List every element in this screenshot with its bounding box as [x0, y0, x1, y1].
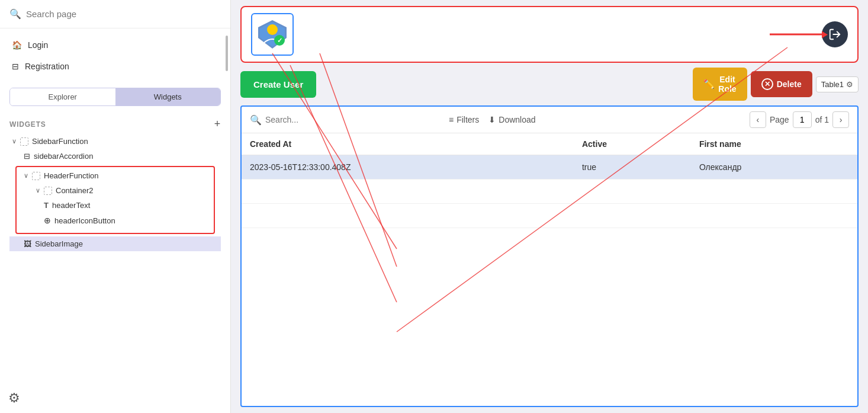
search-icon: 🔍	[9, 8, 21, 20]
search-input[interactable]	[26, 9, 221, 19]
image-icon: 🖼	[24, 239, 31, 248]
text-icon: T	[44, 201, 49, 210]
delete-x-icon: ✕	[761, 78, 773, 90]
tree-item-sidebar-accordion[interactable]: ⊟ sidebarAccordion	[9, 149, 221, 164]
table-header-row: Created At Active First name	[242, 133, 857, 155]
page-of-label: of 1	[815, 115, 829, 124]
sidebar-search-bar[interactable]: 🔍	[0, 0, 230, 28]
widgets-header: WIDGETS +	[9, 118, 221, 130]
sidebar-item-login-label: Login	[28, 40, 48, 50]
arrow-decoration	[770, 34, 823, 36]
filter-icon: ≡	[449, 115, 454, 124]
dashed-box-icon	[20, 137, 28, 146]
sidebar-item-registration[interactable]: ⊟ Registration	[0, 56, 230, 77]
edit-role-button[interactable]: ✏️ EditRole	[693, 68, 747, 101]
tree-item-header-function[interactable]: ∨ HeaderFunction	[21, 168, 209, 183]
table-search-input[interactable]	[265, 115, 439, 124]
gear-icon[interactable]: ⚙	[8, 390, 20, 405]
tab-widgets[interactable]: Widgets	[115, 88, 221, 105]
tree-item-header-text[interactable]: T headerText	[21, 198, 209, 213]
tree-label-header-function: HeaderFunction	[44, 171, 99, 180]
filters-button[interactable]: ≡ Filters	[449, 115, 479, 124]
filters-label: Filters	[456, 115, 479, 124]
plus-circle-icon: ⊕	[44, 216, 51, 225]
cell-created-at	[242, 204, 574, 228]
tree-label-container2: Container2	[56, 186, 94, 195]
page-text: Page	[770, 115, 789, 124]
dashed-box-icon	[44, 187, 52, 195]
widgets-label: WIDGETS	[9, 120, 46, 129]
tree-item-sidebar-function[interactable]: ∨ SidebarFunction	[9, 134, 221, 149]
table-row[interactable]	[242, 204, 857, 228]
table-settings-icon[interactable]: ⚙	[846, 80, 853, 89]
sidebar-item-login[interactable]: 🏠 Login	[0, 34, 230, 56]
logo-svg: ✓	[256, 18, 289, 51]
tree-label-sidebar-image: SidebarImage	[35, 239, 83, 248]
settings-area: ⚙	[8, 390, 20, 406]
tree-label-sidebar-function: SidebarFunction	[32, 137, 88, 146]
cell-first-name	[691, 180, 857, 204]
tree-item-sidebar-image[interactable]: 🖼 SidebarImage	[9, 236, 221, 251]
tree-item-header-icon-button[interactable]: ⊕ headerIconButton	[21, 213, 209, 228]
table-row[interactable]: 2023-05-16T12:33:00.408Z true Олександр	[242, 155, 857, 180]
page-number-input[interactable]	[793, 111, 812, 128]
delete-label: Delete	[777, 79, 802, 89]
cell-active	[574, 180, 691, 204]
col-created-at: Created At	[242, 133, 574, 155]
pagination: ‹ Page of 1 ›	[750, 111, 849, 128]
table-row[interactable]	[242, 180, 857, 204]
sidebar-item-registration-label: Registration	[25, 62, 69, 71]
widgets-section: WIDGETS + ∨ SidebarFunction ⊟ sidebarAcc…	[0, 111, 230, 258]
sidebar-nav: 🏠 Login ⊟ Registration	[0, 28, 230, 83]
tree-label-header-icon-button: headerIconButton	[54, 216, 115, 225]
tab-explorer[interactable]: Explorer	[10, 88, 115, 105]
toolbar-row: Create User ✏️ EditRole ✕ Delete Table1 …	[240, 68, 859, 101]
create-user-button[interactable]: Create User	[240, 71, 316, 98]
header-section: ✓	[240, 6, 859, 63]
grid-icon: ⊟	[12, 62, 19, 71]
table-search-area[interactable]: 🔍	[250, 114, 439, 126]
table-icon: ⊟	[24, 152, 30, 161]
cell-first-name	[691, 204, 857, 228]
add-widget-icon[interactable]: +	[214, 118, 221, 130]
edit-role-label: EditRole	[718, 75, 736, 94]
tree-label-sidebar-accordion: sidebarAccordion	[34, 152, 93, 161]
chevron-icon: ∨	[12, 137, 17, 145]
table1-label: Table1 ⚙	[816, 76, 859, 92]
svg-point-2	[267, 24, 278, 35]
explorer-widgets-tabs: Explorer Widgets	[9, 88, 221, 106]
delete-button[interactable]: ✕ Delete	[751, 71, 812, 97]
download-label: Download	[499, 115, 535, 124]
col-active: Active	[574, 133, 691, 155]
next-page-button[interactable]: ›	[832, 111, 849, 128]
scrollbar[interactable]	[226, 36, 228, 71]
search-icon: 🔍	[250, 114, 262, 126]
download-button[interactable]: ⬇ Download	[488, 115, 535, 124]
col-first-name: First name	[691, 133, 857, 155]
sidebar: 🔍 🏠 Login ⊟ Registration Explorer Widget…	[0, 0, 231, 413]
home-icon: 🏠	[12, 40, 22, 50]
cell-first-name: Олександр	[691, 155, 857, 180]
data-table: Created At Active First name 2023-05-16T…	[242, 133, 857, 228]
edit-icon: ✏️	[703, 79, 715, 89]
tree-label-header-text: headerText	[52, 201, 90, 210]
table-toolbar: 🔍 ≡ Filters ⬇ Download ‹ Page of 1 ›	[242, 107, 857, 133]
cell-active: true	[574, 155, 691, 180]
svg-text:✓: ✓	[277, 37, 282, 44]
header-function-group: ∨ HeaderFunction ∨ Container2 T headerTe…	[15, 166, 215, 234]
app-logo: ✓	[251, 13, 294, 56]
cell-active	[574, 204, 691, 228]
chevron-icon: ∨	[36, 187, 40, 194]
download-icon: ⬇	[488, 115, 496, 124]
prev-page-button[interactable]: ‹	[750, 111, 766, 128]
main-area: ✓ Create User ✏️ EditRole ✕	[231, 0, 868, 413]
logout-icon	[828, 28, 841, 41]
chevron-icon: ∨	[24, 172, 28, 180]
table-container: 🔍 ≡ Filters ⬇ Download ‹ Page of 1 ›	[240, 105, 859, 407]
table1-text: Table1	[821, 80, 844, 89]
tree-item-container2[interactable]: ∨ Container2	[21, 183, 209, 198]
cell-created-at: 2023-05-16T12:33:00.408Z	[242, 155, 574, 180]
cell-created-at	[242, 180, 574, 204]
dashed-box-icon	[32, 172, 40, 180]
